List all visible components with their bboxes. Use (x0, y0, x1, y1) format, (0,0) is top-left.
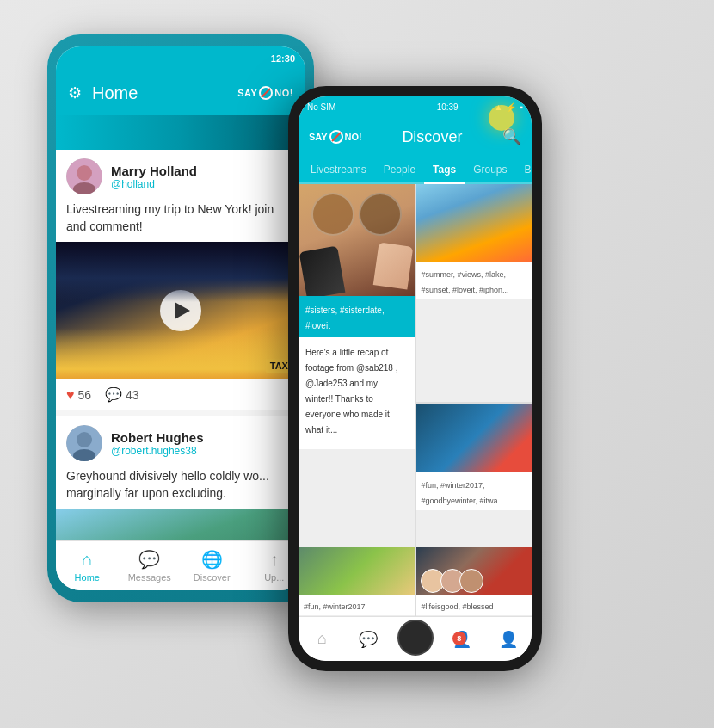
iphone-carrier: No SIM (307, 102, 401, 112)
winter-caption: #fun, #winter2017, #goodbyewinter, #itwa… (416, 472, 532, 510)
post-1-actions: ♥ 56 💬 43 (56, 379, 305, 410)
snowmobile-caption: #fun, #winter2017 (299, 595, 415, 615)
face-3 (459, 569, 483, 593)
post-1-comments-count: 43 (126, 388, 139, 402)
samsung-nav-home-label: Home (75, 572, 100, 583)
group-caption: #lifeisgood, #blessed (416, 595, 532, 615)
post-1-user-info: Marry Holland @holland (111, 163, 197, 190)
iphone-nav-home[interactable]: ⌂ (299, 630, 345, 648)
samsung-header-title: Home (92, 83, 237, 103)
group-image (416, 547, 532, 595)
iphone-tabs: Livestreams People Tags Groups Bu... (299, 157, 532, 184)
iphone-nav-updates[interactable]: 8 👤 (439, 630, 485, 649)
iphone-phone: No SIM 10:39 ▲ ⚡ ▪ SAY NO! Discover 🔍 (288, 86, 542, 671)
samsung-phone: 12:30 ⚙ Home SAY NO! (47, 34, 314, 602)
iphone-logo-no: NO! (345, 132, 362, 142)
recap-text: Here's a little recap of footage from @s… (305, 348, 397, 435)
discover-icon: 🌐 (201, 549, 223, 570)
iphone-header-title: Discover (362, 128, 502, 146)
iphone-screen: No SIM 10:39 ▲ ⚡ ▪ SAY NO! Discover 🔍 (299, 96, 532, 661)
battery-icon: ▪ (520, 102, 523, 112)
grid-cell-snowmobile: #fun, #winter2017 (299, 547, 415, 616)
snowmobile-tags: #fun, #winter2017 (304, 602, 366, 611)
updates-badge: 8 (452, 632, 466, 645)
gear-icon[interactable]: ⚙ (68, 83, 82, 102)
samsung-nav-updates-label: Up... (264, 572, 284, 583)
iphone-home-button[interactable] (397, 620, 434, 656)
samsung-nav-messages-label: Messages (128, 572, 171, 583)
svg-point-4 (77, 432, 92, 447)
iphone-nav-messages[interactable]: 💬 (345, 630, 391, 649)
post-2: Robert Hughes @robert.hughes38 Greyhound… (56, 416, 305, 540)
samsung-status-bar: 12:30 (56, 46, 305, 71)
post-1-username: Marry Holland (111, 163, 197, 178)
logo-say: SAY (237, 88, 257, 98)
winter-tags: #fun, #winter2017, #goodbyewinter, #itwa… (422, 481, 505, 505)
grid-bottom-row: #fun, #winter2017 #lifeisgood, #blessed (299, 547, 532, 616)
cup-1 (311, 193, 354, 236)
iphone-messages-icon: 💬 (359, 630, 378, 649)
post-2-handle: @robert.hughes38 (111, 445, 204, 457)
samsung-logo: SAY NO! (237, 86, 293, 100)
tab-livestreams[interactable]: Livestreams (302, 157, 375, 182)
svg-point-1 (77, 165, 92, 181)
post-1-avatar (66, 158, 102, 194)
sisters-caption: #sisters, #sisterdate, #loveit (299, 296, 415, 337)
post-1-image: TAXI (56, 242, 305, 379)
samsung-nav-discover-label: Discover (194, 572, 231, 583)
play-triangle-icon (175, 302, 190, 319)
samsung-nav-discover[interactable]: 🌐 Discover (181, 549, 243, 583)
summer-image (416, 184, 532, 262)
cup-2 (359, 193, 402, 236)
post-2-image (56, 509, 305, 540)
post-1-handle: @holland (111, 178, 197, 190)
iphone-logo: SAY NO! (309, 130, 362, 144)
home-icon: ⌂ (82, 550, 92, 570)
post-1-comments[interactable]: 💬 43 (105, 386, 139, 403)
sisters-tags: #sisters, #sisterdate, #loveit (305, 305, 385, 330)
grid-cell-group: #lifeisgood, #blessed (416, 547, 532, 616)
sisters-image (299, 184, 415, 296)
tab-tags[interactable]: Tags (424, 157, 465, 184)
tab-more[interactable]: Bu... (516, 157, 532, 182)
logo-no: NO! (274, 88, 293, 98)
samsung-content: Marry Holland @holland Livestreaming my … (56, 115, 305, 540)
samsung-nav-home[interactable]: ⌂ Home (56, 550, 119, 583)
summer-caption: #summer, #views, #lake, #sunset, #loveit… (416, 262, 532, 299)
hand-light (372, 242, 413, 289)
grid-cell-summer: #summer, #views, #lake, #sunset, #loveit… (416, 184, 532, 402)
messages-icon: 💬 (138, 549, 160, 570)
winter-image (416, 404, 532, 472)
iphone-home-icon: ⌂ (317, 630, 327, 648)
top-banner (56, 115, 305, 150)
heart-icon: ♥ (66, 387, 75, 403)
iphone-status-time: 10:39 (401, 102, 495, 112)
post-2-text: Greyhound divisively hello coldly wo... … (56, 468, 305, 509)
iphone-no-circle-icon (329, 130, 343, 144)
tab-people[interactable]: People (375, 157, 424, 182)
post-1-likes-count: 56 (78, 388, 92, 402)
iphone-logo-say: SAY (309, 132, 328, 142)
samsung-screen: 12:30 ⚙ Home SAY NO! (56, 46, 305, 590)
post-1-likes[interactable]: ♥ 56 (66, 387, 91, 403)
samsung-header: ⚙ Home SAY NO! (56, 71, 305, 115)
samsung-nav-messages[interactable]: 💬 Messages (119, 549, 182, 583)
post-2-avatar (66, 425, 102, 461)
tab-groups[interactable]: Groups (465, 157, 515, 182)
post-2-username: Robert Hughes (111, 430, 204, 445)
post-2-user-info: Robert Hughes @robert.hughes38 (111, 430, 204, 457)
summer-tags: #summer, #views, #lake, #sunset, #loveit… (422, 270, 509, 294)
no-circle-icon (259, 86, 273, 100)
post-1: Marry Holland @holland Livestreaming my … (56, 150, 305, 410)
hand-dark (299, 246, 346, 296)
comment-icon: 💬 (105, 386, 122, 403)
post-2-header: Robert Hughes @robert.hughes38 (56, 416, 305, 468)
snowmobile-image (299, 547, 415, 595)
post-1-header: Marry Holland @holland (56, 150, 305, 201)
updates-icon: ↑ (270, 550, 279, 570)
recap-cell: Here's a little recap of footage from @s… (299, 337, 415, 449)
iphone-nav-profile[interactable]: 👤 (485, 630, 532, 649)
post-1-text: Livestreaming my trip to New York! join … (56, 201, 305, 242)
group-tags: #lifeisgood, #blessed (422, 602, 494, 611)
scene: 12:30 ⚙ Home SAY NO! (0, 0, 714, 728)
